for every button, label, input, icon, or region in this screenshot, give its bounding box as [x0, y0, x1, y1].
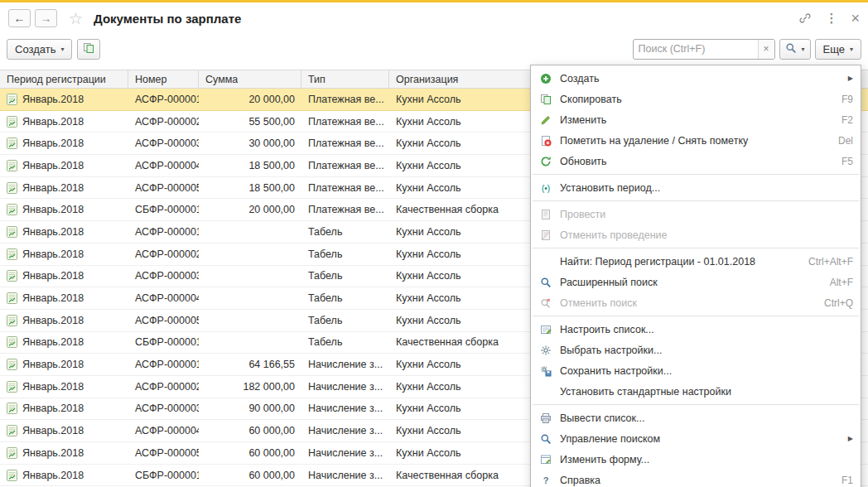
menu-item-edit-form[interactable]: Изменить форму...	[531, 449, 861, 470]
menu-item-shortcut: Alt+F	[830, 277, 853, 288]
menu-item-label: Управление поиском	[560, 433, 830, 445]
menu-item-search-management[interactable]: Управление поиском▶	[531, 428, 861, 449]
cell-sum: 64 166,55	[199, 359, 301, 370]
forward-button[interactable]: →	[35, 9, 57, 27]
cell-number: СБФР-000001	[128, 336, 199, 348]
search-button[interactable]: ▾	[779, 39, 811, 60]
cell-type: Платежная ве...	[301, 204, 389, 215]
cell-period-text: Январь.2018	[22, 137, 84, 149]
close-icon[interactable]: ×	[851, 10, 860, 27]
cell-sum: 20 000,00	[199, 204, 301, 215]
menu-item-label: Установить период...	[560, 182, 843, 194]
more-button-label: Еще	[823, 43, 845, 55]
menu-item-cancel-search: Отменить поискCtrl+Q	[531, 292, 861, 313]
back-button[interactable]: ←	[8, 9, 31, 27]
list-toolbar: Создать ▾ × ▾ Еще ▾	[0, 34, 868, 62]
copy-icon	[538, 94, 553, 105]
search-input[interactable]	[634, 43, 758, 55]
cell-type: Платежная ве...	[301, 160, 389, 171]
cell-type: Платежная ве...	[301, 94, 389, 105]
cell-period-text: Январь.2018	[22, 248, 84, 260]
copy-button[interactable]	[77, 39, 100, 60]
cell-number: АСФР-000005	[128, 447, 199, 459]
cell-number: АСФР-000001	[128, 94, 199, 105]
menu-item-shortcut: F2	[841, 114, 853, 126]
document-icon	[7, 182, 17, 194]
cell-period: Январь.2018	[0, 292, 128, 304]
column-header-number[interactable]: Номер	[128, 70, 199, 88]
menu-item-label: Отменить поиск	[560, 297, 814, 309]
menu-item-label: Изменить	[560, 114, 832, 126]
more-button[interactable]: Еще ▾	[815, 39, 861, 60]
cell-number: АСФР-000004	[128, 160, 199, 171]
clear-search-icon[interactable]: ×	[758, 40, 774, 59]
menu-item-copy[interactable]: СкопироватьF9	[531, 89, 861, 109]
svg-text:?: ?	[543, 475, 549, 485]
cell-type: Платежная ве...	[301, 182, 389, 194]
menu-item-standard-settings[interactable]: Установить стандартные настройки	[531, 381, 861, 402]
document-icon	[7, 94, 17, 105]
document-icon	[7, 336, 17, 348]
favorite-star-icon[interactable]: ☆	[69, 9, 83, 28]
window-menu-icon[interactable]: ⋮	[825, 11, 837, 26]
menu-item-create[interactable]: Создать▶	[531, 68, 861, 89]
create-icon	[538, 73, 553, 84]
cell-period: Январь.2018	[0, 226, 128, 238]
menu-item-set-period[interactable]: (•)Установить период...	[531, 177, 861, 198]
document-icon	[7, 226, 17, 238]
cell-period: Январь.2018	[0, 270, 128, 282]
cell-sum: 30 000,00	[199, 137, 301, 149]
menu-item-print-list[interactable]: Вывести список...	[531, 407, 861, 428]
menu-item-label: Создать	[560, 73, 830, 84]
menu-item-shortcut: F9	[841, 94, 853, 105]
column-header-sum[interactable]: Сумма	[199, 70, 301, 88]
create-button[interactable]: Создать ▾	[7, 39, 72, 60]
cell-sum: 55 500,00	[199, 116, 301, 128]
menu-item-post: Провести	[531, 204, 861, 224]
menu-item-edit[interactable]: ИзменитьF2	[531, 109, 861, 130]
cell-sum: 60 000,00	[199, 470, 301, 481]
menu-item-choose-settings[interactable]: Выбрать настройки...	[531, 340, 861, 360]
cell-type: Табель	[301, 226, 389, 238]
cell-period-text: Январь.2018	[22, 160, 84, 171]
column-header-type[interactable]: Тип	[301, 70, 389, 88]
cell-period-text: Январь.2018	[22, 94, 84, 105]
menu-item-advanced-search[interactable]: Расширенный поискAlt+F	[531, 272, 861, 292]
chevron-down-icon: ▾	[850, 46, 853, 53]
link-icon[interactable]	[798, 12, 812, 25]
document-icon	[7, 116, 17, 128]
cell-period: Январь.2018	[0, 315, 128, 326]
menu-item-help[interactable]: ?СправкаF1	[531, 470, 861, 487]
cell-type: Платежная ве...	[301, 137, 389, 149]
menu-item-mark-deletion[interactable]: Пометить на удаление / Снять пометкуDel	[531, 130, 861, 151]
cell-period: Январь.2018	[0, 137, 128, 149]
cell-period-text: Январь.2018	[22, 425, 84, 436]
cell-period: Январь.2018	[0, 160, 128, 171]
help-icon: ?	[538, 475, 553, 486]
menu-item-refresh[interactable]: ОбновитьF5	[531, 151, 861, 171]
menu-item-shortcut: Ctrl+Q	[824, 297, 853, 309]
menu-item-label: Найти: Период регистрации - 01.01.2018	[560, 256, 798, 268]
cell-sum: 90 000,00	[199, 403, 301, 414]
cell-type: Начисление з...	[301, 425, 389, 436]
cell-type: Табель	[301, 270, 389, 282]
menu-item-label: Расширенный поиск	[560, 277, 820, 288]
menu-item-configure-list[interactable]: Настроить список...	[531, 319, 861, 340]
menu-item-save-settings[interactable]: Сохранить настройки...	[531, 360, 861, 381]
menu-item-find[interactable]: Найти: Период регистрации - 01.01.2018Ct…	[531, 251, 861, 272]
forward-icon: →	[41, 12, 52, 25]
cell-period-text: Январь.2018	[22, 226, 84, 238]
column-header-period[interactable]: Период регистрации	[0, 70, 128, 88]
document-icon	[7, 447, 17, 459]
cell-number: СБФР-000001	[128, 470, 199, 481]
copy-icon	[83, 42, 94, 56]
document-icon	[7, 359, 17, 370]
document-icon	[7, 270, 17, 282]
choose-settings-icon	[538, 345, 553, 356]
cell-period-text: Январь.2018	[22, 182, 84, 194]
window-controls: ⋮ ×	[798, 10, 860, 27]
document-icon	[7, 204, 17, 215]
back-icon: ←	[14, 12, 26, 25]
cell-type: Платежная ве...	[301, 116, 389, 128]
cell-period: Январь.2018	[0, 359, 128, 370]
